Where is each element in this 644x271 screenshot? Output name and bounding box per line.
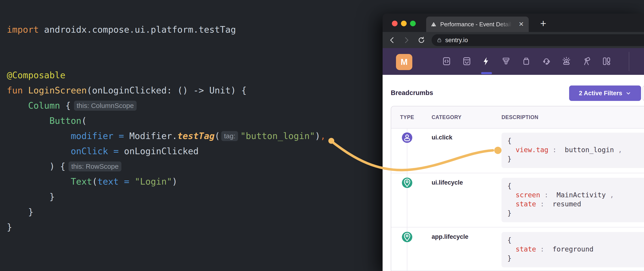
new-tab-button[interactable]: + bbox=[537, 18, 549, 29]
code-token: (onLoginClicked: () -> Unit) { bbox=[87, 85, 246, 95]
nav-icon-user-feedback-icon[interactable] bbox=[542, 56, 552, 66]
tab-close-icon[interactable]: ✕ bbox=[518, 21, 525, 27]
nav-icon-profiling-icon[interactable] bbox=[501, 56, 511, 66]
table-row: app.lifecycle{ state : foreground } bbox=[391, 228, 644, 271]
code-line bbox=[7, 52, 326, 68]
page-content: Breadcrumbs 2 Active Filters TYPE CATEGO… bbox=[382, 75, 644, 271]
code-token: , bbox=[320, 131, 326, 141]
code-token: LoginScreen bbox=[28, 85, 87, 95]
code-token: @Composable bbox=[7, 70, 65, 80]
code-token: ( bbox=[215, 131, 220, 141]
code-editor: import androidx.compose.ui.platform.test… bbox=[0, 0, 382, 271]
breadcrumb-category: ui.lifecycle bbox=[432, 179, 463, 186]
sentry-top-nav: M bbox=[382, 48, 644, 75]
code-line: @Composable bbox=[7, 68, 326, 83]
breadcrumb-description-json: { screen : MainActivity , state : resume… bbox=[502, 178, 644, 222]
code-token bbox=[7, 176, 71, 187]
code-line bbox=[7, 37, 326, 52]
secondary-button-partial[interactable] bbox=[643, 85, 644, 101]
code-token: text bbox=[97, 176, 119, 187]
window-minimize-button[interactable] bbox=[401, 21, 407, 26]
browser-window: Performance - Event Details - r ✕ + sent… bbox=[382, 13, 644, 271]
table-row: ui.click{ view.tag : button_login , } bbox=[391, 128, 644, 173]
column-header-type: TYPE bbox=[400, 106, 414, 128]
table-row: ui.lifecycle{ screen : MainActivity , st… bbox=[391, 173, 644, 228]
breadcrumb-description-json: { view.tag : button_login , } bbox=[502, 133, 644, 168]
code-line: Text(text = "Login") bbox=[7, 174, 326, 189]
code-line: modifier = Modifier.testTag(tag:"button_… bbox=[7, 128, 326, 144]
sentry-favicon-icon bbox=[430, 21, 437, 28]
browser-tab[interactable]: Performance - Event Details - r ✕ bbox=[426, 16, 529, 32]
code-token: fun bbox=[7, 85, 23, 95]
code-token bbox=[7, 146, 71, 156]
app.lifecycle-type-icon bbox=[402, 231, 413, 243]
code-token: = bbox=[119, 131, 124, 141]
code-token bbox=[119, 176, 124, 187]
code-token: ) bbox=[315, 131, 320, 141]
nav-icon-projects-icon[interactable] bbox=[442, 56, 452, 66]
inlay-hint: this: RowScope bbox=[68, 161, 121, 171]
inlay-hint: tag: bbox=[221, 131, 238, 141]
code-line: Button( bbox=[7, 113, 326, 128]
chevron-down-icon bbox=[626, 90, 631, 96]
browser-toolbar: sentry.io bbox=[382, 32, 644, 48]
code-token: Modifier. bbox=[124, 131, 178, 141]
code-token bbox=[108, 146, 113, 156]
breadcrumbs-table: TYPE CATEGORY DESCRIPTION ui.click{ view… bbox=[391, 106, 644, 271]
code-token: } bbox=[7, 207, 33, 217]
code-line: fun LoginScreen(onLoginClicked: () -> Un… bbox=[7, 83, 326, 98]
url-bar[interactable]: sentry.io bbox=[432, 34, 644, 46]
breadcrumb-category: app.lifecycle bbox=[432, 233, 468, 240]
inlay-hint: this: ColumnScope bbox=[74, 101, 136, 111]
tab-title: Performance - Event Details - r bbox=[440, 21, 513, 28]
nav-icon-performance-icon[interactable] bbox=[481, 56, 491, 66]
code-token bbox=[7, 100, 28, 111]
nav-icon-releases-icon[interactable] bbox=[521, 56, 531, 66]
code-line: } bbox=[7, 220, 326, 235]
code-token: "Login" bbox=[135, 176, 172, 187]
nav-icon-discover-icon[interactable] bbox=[582, 56, 592, 66]
lock-icon bbox=[436, 37, 442, 43]
code-line: ) {this: RowScope bbox=[7, 159, 326, 174]
column-header-category: CATEGORY bbox=[432, 106, 462, 128]
nav-icon-alerts-icon[interactable] bbox=[562, 56, 572, 66]
ui.lifecycle-type-icon bbox=[402, 177, 413, 189]
nav-icon-issues-icon[interactable] bbox=[462, 56, 472, 66]
active-filters-button[interactable]: 2 Active Filters bbox=[569, 85, 641, 101]
code-token bbox=[129, 176, 134, 187]
reload-button[interactable] bbox=[416, 35, 426, 45]
table-header-row: TYPE CATEGORY DESCRIPTION bbox=[391, 106, 644, 129]
ui.click-type-icon bbox=[402, 132, 413, 143]
column-header-description: DESCRIPTION bbox=[502, 106, 538, 128]
code-token: Button bbox=[50, 116, 82, 126]
code-token: testTag bbox=[177, 131, 214, 141]
code-token: ( bbox=[82, 116, 87, 126]
window-close-button[interactable] bbox=[392, 21, 398, 26]
code-token: "button_login" bbox=[240, 131, 315, 141]
code-line: } bbox=[7, 204, 326, 220]
code-token: = bbox=[114, 146, 119, 156]
url-text: sentry.io bbox=[445, 37, 468, 44]
breadcrumb-category: ui.click bbox=[432, 134, 452, 141]
active-tab-indicator bbox=[481, 72, 492, 74]
browser-tab-strip: Performance - Event Details - r ✕ + bbox=[382, 13, 644, 32]
code-token bbox=[114, 131, 119, 141]
forward-button[interactable] bbox=[402, 35, 412, 45]
code-token: Text bbox=[71, 176, 92, 187]
active-filters-label: 2 Active Filters bbox=[579, 90, 622, 97]
code-token: ( bbox=[92, 176, 97, 187]
code-token: modifier bbox=[71, 131, 114, 141]
code-token bbox=[23, 85, 28, 95]
back-button[interactable] bbox=[387, 35, 397, 45]
code-line: Column {this: ColumnScope bbox=[7, 98, 326, 113]
code-token bbox=[7, 116, 50, 126]
nav-icon-dashboards-icon[interactable] bbox=[602, 56, 612, 66]
code-token: { bbox=[60, 100, 71, 111]
code-line: onClick = onLoginClicked bbox=[7, 144, 326, 159]
table-body: ui.click{ view.tag : button_login , }ui.… bbox=[391, 128, 644, 271]
code-line: import androidx.compose.ui.platform.test… bbox=[7, 22, 326, 37]
code-token: } bbox=[7, 222, 12, 232]
code-token: = bbox=[124, 176, 129, 187]
code-token: import bbox=[7, 24, 39, 35]
window-zoom-button[interactable] bbox=[410, 21, 416, 26]
